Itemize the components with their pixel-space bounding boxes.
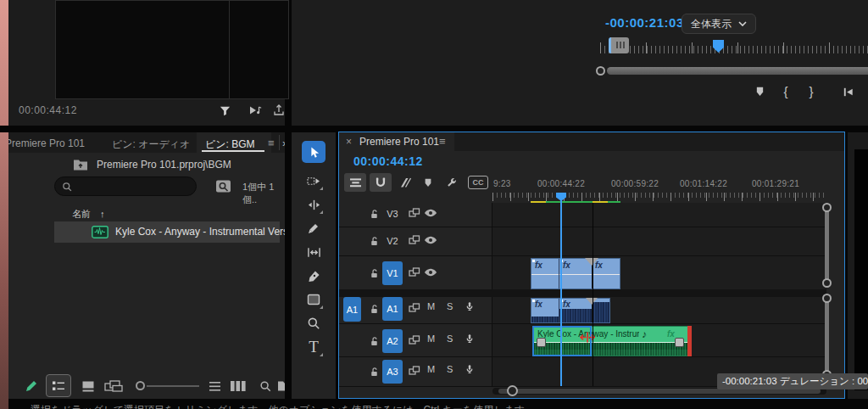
mute-button[interactable]: M (427, 301, 435, 311)
video-tracks-scrollbar[interactable] (825, 205, 829, 285)
ripple-edit-tool[interactable] (303, 194, 324, 215)
clip-divider-line (531, 274, 620, 275)
toggle-track-output-eye-icon[interactable] (423, 206, 438, 220)
trim-grip[interactable] (609, 37, 629, 53)
close-tab-icon[interactable]: × (346, 136, 352, 148)
tab-project[interactable]: Premiere Pro 101 (8, 137, 85, 149)
track-target-a3[interactable]: A3 (382, 360, 403, 384)
razor-tool[interactable] (303, 218, 324, 238)
track-target-v3[interactable]: V3 (382, 205, 403, 222)
ruler-label-2: 00:00:59:22 (604, 179, 665, 188)
navigate-up-folder-icon[interactable] (71, 156, 90, 171)
fade-handle[interactable] (675, 338, 684, 347)
go-to-in-icon[interactable] (839, 83, 856, 100)
timeline-panel-menu-icon[interactable]: ≡ (439, 135, 446, 148)
scrollbar-handle[interactable] (822, 294, 832, 303)
track-target-v2[interactable]: V2 (382, 233, 403, 249)
transition-marker[interactable] (586, 298, 598, 305)
nest-toggle-button[interactable] (344, 173, 366, 192)
export-icon[interactable] (270, 101, 288, 120)
sync-lock-icon[interactable] (408, 234, 421, 246)
audio-clip-group-a1[interactable]: fx fx (531, 298, 610, 323)
rectangle-tool[interactable] (303, 289, 324, 310)
solo-button[interactable]: S (447, 333, 453, 344)
video-audio-divider[interactable] (339, 289, 826, 297)
video-preview (55, 0, 289, 99)
video-clip-group[interactable]: fx fx fx (531, 258, 620, 289)
scrollbar-handle[interactable] (822, 203, 832, 212)
filter-icon[interactable] (215, 101, 234, 120)
list-view-button[interactable] (46, 374, 71, 397)
zoom-tool[interactable] (303, 313, 324, 333)
selection-tool[interactable] (302, 141, 326, 163)
timeline-h-scrollbar-handle[interactable] (507, 385, 518, 396)
mark-out-icon[interactable]: } (804, 81, 819, 100)
source-patch-a1[interactable]: A1 (343, 297, 361, 322)
track-select-forward-tool[interactable] (303, 171, 324, 191)
breadcrumb[interactable]: Premiere Pro 101.prproj\BGM (97, 159, 231, 171)
thumbnail-zoom-handle[interactable] (136, 381, 145, 390)
timeline-settings-wrench-icon[interactable] (442, 174, 459, 191)
sync-lock-icon[interactable] (408, 266, 421, 278)
solo-button[interactable]: S (447, 364, 453, 374)
playhead-line[interactable] (560, 200, 562, 386)
voiceover-mic-icon[interactable] (463, 299, 476, 314)
sort-icon[interactable] (205, 377, 224, 395)
track-lock-icon[interactable] (367, 207, 381, 221)
mute-button[interactable]: M (427, 333, 435, 344)
captions-cc-icon[interactable]: CC (468, 176, 488, 189)
thumbnail-zoom-slider[interactable] (147, 385, 199, 387)
freeform-view-button[interactable] (102, 377, 125, 395)
play-audio-icon[interactable] (246, 101, 264, 120)
voiceover-mic-icon[interactable] (463, 361, 476, 377)
toggle-track-output-eye-icon[interactable] (423, 266, 438, 279)
tab-bin-audio[interactable]: ピン: オーディオ (112, 137, 190, 152)
snap-magnet-button[interactable] (370, 173, 392, 192)
audio-tracks-scrollbar[interactable] (825, 297, 829, 375)
find-icon[interactable] (256, 377, 275, 395)
panel-menu-icon[interactable]: ≡ (268, 137, 275, 149)
pen-tool[interactable] (303, 266, 324, 286)
timeline-timecode[interactable]: 00:00:44:12 (353, 154, 423, 168)
tab-overflow-icon[interactable]: » (282, 137, 285, 149)
new-bin-folder-icon[interactable] (275, 377, 285, 395)
sync-lock-icon[interactable] (408, 302, 421, 314)
transition-marker[interactable] (585, 258, 598, 266)
track-lock-icon[interactable] (367, 365, 381, 378)
scrollbar-handle[interactable] (822, 278, 832, 288)
search-box[interactable] (54, 176, 197, 196)
voiceover-mic-icon[interactable] (463, 331, 476, 346)
timeline-tab-label[interactable]: Premiere Pro 101 (359, 136, 439, 148)
slip-tool[interactable] (303, 242, 324, 262)
track-target-a1[interactable]: A1 (382, 297, 403, 321)
mark-in-icon[interactable]: { (778, 81, 793, 100)
track-lock-icon[interactable] (367, 334, 381, 348)
sync-lock-icon[interactable] (408, 207, 421, 219)
toggle-track-output-eye-icon[interactable] (423, 233, 438, 247)
icon-view-button[interactable] (78, 377, 98, 395)
program-zoom-scrollbar[interactable] (607, 67, 868, 75)
linked-selection-icon[interactable] (397, 174, 415, 191)
clip-end-trim-bracket[interactable] (687, 326, 692, 356)
fit-dropdown[interactable]: 全体表示 (682, 14, 756, 34)
search-input[interactable] (77, 178, 191, 196)
tab-separator (279, 135, 280, 150)
track-target-v1[interactable]: V1 (382, 261, 403, 285)
solo-button[interactable]: S (447, 301, 453, 311)
track-lock-icon[interactable] (367, 266, 381, 280)
timeline-add-marker-icon[interactable] (420, 175, 436, 190)
filmstrip-icon[interactable] (227, 377, 249, 395)
program-scrollbar-handle[interactable] (596, 66, 605, 76)
mute-button[interactable]: M (427, 364, 435, 374)
sync-lock-icon[interactable] (408, 334, 421, 346)
track-target-a2[interactable]: A2 (382, 329, 403, 353)
add-marker-icon[interactable] (751, 83, 768, 100)
track-lock-icon[interactable] (367, 234, 381, 248)
sync-lock-icon[interactable] (408, 365, 421, 377)
track-lock-icon[interactable] (367, 302, 381, 316)
type-tool[interactable]: T (303, 337, 324, 357)
list-item[interactable]: Kyle Cox - Anyway - Instrumental Version… (54, 221, 280, 243)
search-bin-icon[interactable] (212, 176, 234, 196)
name-column-header[interactable]: 名前 ↑ (72, 208, 105, 221)
edit-pencil-icon[interactable] (22, 377, 41, 395)
